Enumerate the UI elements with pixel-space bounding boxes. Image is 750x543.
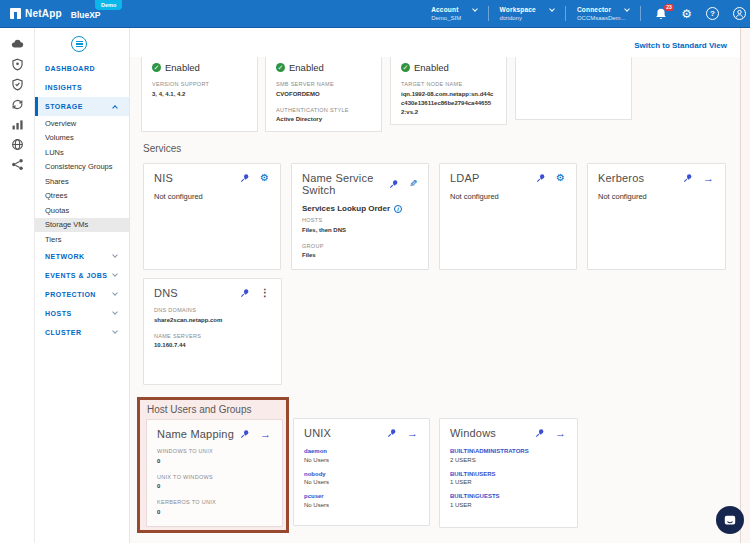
- sidebar-item-qtrees[interactable]: Qtrees: [35, 189, 129, 204]
- unix-group-link[interactable]: nobody: [304, 471, 419, 477]
- field-label: HOSTS: [302, 217, 418, 223]
- hamburger-icon: [76, 41, 83, 42]
- notifications-button[interactable]: 23: [655, 8, 667, 20]
- switch-to-standard-view-link[interactable]: Switch to Standard View: [634, 41, 727, 50]
- sidebar-item-cluster[interactable]: CLUSTER: [35, 323, 129, 342]
- account-label: Account: [431, 6, 458, 13]
- pin-icon[interactable]: [387, 428, 397, 438]
- field-label: NAME MAP: [302, 268, 418, 270]
- field-value: CVOFORDEMO: [276, 90, 371, 99]
- chevron-down-icon: [112, 309, 118, 315]
- sidebar-item-dashboard[interactable]: DASHBOARD: [35, 59, 129, 78]
- card-body-text: Not configured: [588, 184, 725, 209]
- sidebar-item-events-jobs[interactable]: EVENTS & JOBS: [35, 266, 129, 285]
- sidebar-item-volumes[interactable]: Volumes: [35, 131, 129, 146]
- card-body-text: Not configured: [440, 184, 576, 209]
- unix-group-link[interactable]: daemon: [304, 448, 419, 454]
- unix-card: UNIX → daemonNo Users nobodyNo Users pcu…: [293, 418, 430, 526]
- pin-icon[interactable]: [240, 288, 250, 298]
- info-icon[interactable]: i: [394, 205, 402, 213]
- pin-icon[interactable]: [240, 429, 250, 439]
- sidebar-item-insights[interactable]: INSIGHTS: [35, 78, 129, 97]
- workspace-label: Workspace: [500, 6, 536, 13]
- group-detail: No Users: [304, 479, 419, 485]
- sidebar-item-storage-vms[interactable]: Storage VMs: [35, 218, 129, 233]
- gear-icon[interactable]: ⚙: [260, 173, 269, 183]
- unix-group-link[interactable]: pcuser: [304, 493, 419, 499]
- pin-icon[interactable]: [240, 173, 250, 183]
- chevron-down-icon: [472, 6, 478, 12]
- card-title: Name Mapping: [157, 428, 234, 440]
- health-shield-icon[interactable]: [11, 58, 24, 71]
- field-value: Active Directory: [276, 115, 371, 124]
- connector-menu[interactable]: Connector OCCMsaasDem...: [566, 6, 640, 21]
- sidebar-item-hosts[interactable]: HOSTS: [35, 304, 129, 323]
- user-profile-button[interactable]: [733, 7, 746, 20]
- protocol-card-cutoff: [515, 57, 632, 120]
- pin-icon[interactable]: [683, 173, 693, 183]
- sidebar-item-protection[interactable]: PROTECTION: [35, 285, 129, 304]
- gear-icon[interactable]: ⚙: [556, 173, 565, 183]
- governance-globe-icon[interactable]: [11, 138, 24, 151]
- sidebar-item-storage[interactable]: STORAGE: [35, 97, 129, 116]
- windows-group-link[interactable]: BUILTIN\USERS: [450, 471, 567, 477]
- check-circle-icon: ✓: [152, 63, 161, 72]
- account-menu[interactable]: Account Demo_SIM: [420, 6, 487, 21]
- icon-rail: [0, 28, 35, 543]
- sidebar-item-shares[interactable]: Shares: [35, 174, 129, 189]
- protocol-card-nfs: ✓Enabled VERSION SUPPORT3, 4, 4.1, 4.2: [141, 57, 258, 132]
- help-icon: ?: [706, 7, 719, 20]
- sidebar-item-quotas[interactable]: Quotas: [35, 203, 129, 218]
- sidebar-item-network[interactable]: NETWORK: [35, 247, 129, 266]
- chat-button[interactable]: [716, 506, 744, 534]
- help-button[interactable]: ?: [706, 7, 719, 20]
- brand: NetApp BlueXP Demo: [0, 0, 140, 27]
- pin-icon[interactable]: [536, 173, 546, 183]
- card-title: UNIX: [304, 427, 331, 439]
- field-label: GROUP: [302, 243, 418, 249]
- bluexp-app: NetApp BlueXP Demo Account Demo_SIM Work…: [0, 0, 750, 543]
- chevron-down-icon: [549, 6, 555, 12]
- edit-pencil-icon[interactable]: ✎: [409, 179, 417, 189]
- arrow-right-icon[interactable]: →: [703, 173, 714, 183]
- field-value: Files, then DNS: [302, 226, 418, 235]
- sidebar-collapse-button[interactable]: [71, 36, 87, 52]
- services-section-heading: Services: [143, 143, 181, 154]
- group-detail: 1 USER: [450, 479, 567, 485]
- windows-group-link[interactable]: BUILTIN\GUESTS: [450, 493, 567, 499]
- card-title: DNS: [154, 287, 178, 299]
- field-label: TARGET NODE NAME: [401, 81, 496, 87]
- mobility-sync-icon[interactable]: [11, 98, 24, 111]
- field-label: SMB SERVER NAME: [276, 81, 371, 87]
- windows-group-link[interactable]: BUILTIN\ADMINISTRATORS: [450, 448, 567, 454]
- field-label: NAME SERVERS: [154, 333, 271, 339]
- settings-button[interactable]: ⚙: [681, 8, 692, 20]
- pin-icon[interactable]: [535, 428, 545, 438]
- account-value: Demo_SIM: [431, 15, 476, 21]
- sidebar-item-tiers[interactable]: Tiers: [35, 232, 129, 247]
- kebab-menu-icon[interactable]: ⋮: [260, 288, 270, 298]
- workspace-menu[interactable]: Workspace dtzidony: [489, 6, 565, 21]
- main-content: ✓Enabled VERSION SUPPORT3, 4, 4.1, 4.2 ✓…: [130, 28, 750, 543]
- field-label: UNIX TO WINDOWS: [157, 474, 272, 480]
- name-service-switch-card: Name Service Switch ✎ Services Lookup Or…: [291, 163, 429, 270]
- arrow-right-icon[interactable]: →: [407, 428, 418, 438]
- analysis-chart-icon[interactable]: [11, 118, 24, 131]
- header-right: Account Demo_SIM Workspace dtzidony Conn…: [420, 0, 750, 27]
- arrow-right-icon[interactable]: →: [260, 429, 271, 439]
- sidebar-item-consistency-groups[interactable]: Consistency Groups: [35, 160, 129, 175]
- extend-share-icon[interactable]: [11, 158, 24, 171]
- sidebar-item-luns[interactable]: LUNs: [35, 145, 129, 160]
- user-icon: [733, 7, 746, 20]
- gear-icon: ⚙: [681, 8, 692, 20]
- protection-shield-icon[interactable]: [11, 78, 24, 91]
- chevron-up-icon: [112, 105, 118, 111]
- header-divider: [640, 6, 641, 21]
- arrow-right-icon[interactable]: →: [555, 428, 566, 438]
- canvas-cloud-icon[interactable]: [11, 38, 24, 51]
- scrollbar[interactable]: [740, 28, 741, 543]
- kerberos-card: Kerberos → Not configured: [587, 163, 726, 270]
- sidebar-item-overview[interactable]: Overview: [35, 116, 129, 131]
- pin-icon[interactable]: [389, 179, 399, 189]
- status-text: Enabled: [165, 62, 200, 73]
